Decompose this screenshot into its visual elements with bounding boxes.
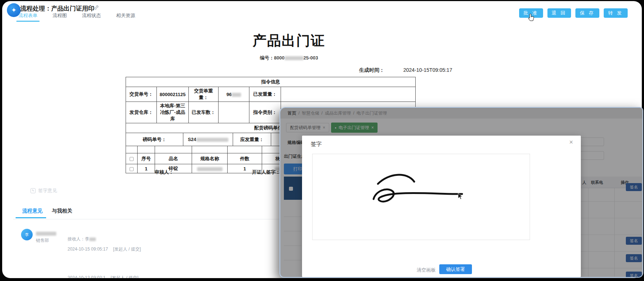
trucks-sent-value bbox=[219, 102, 249, 123]
due-weight-label: 应发重量： bbox=[233, 133, 271, 146]
warehouse-value: 本地库-第三冶炼厂-成品库 bbox=[157, 102, 189, 123]
weighbill-no-label: 磅码单号： bbox=[126, 133, 183, 146]
comment-timestamp: 2024-10-15 09:05:17[发起人 / 提交] bbox=[68, 246, 141, 252]
delivery-no-value: 8000021125 bbox=[157, 87, 189, 102]
action-buttons: 批 准 退 回 保 存 转 发 bbox=[519, 8, 628, 18]
weighbill-no-value: S24 bbox=[183, 133, 233, 146]
tab-process-opinions[interactable]: 流程意见 bbox=[22, 208, 42, 218]
redacted-serial bbox=[285, 56, 303, 60]
logo-glyph: ✦ bbox=[11, 6, 16, 14]
shipped-weight-label: 已发重量： bbox=[249, 87, 281, 102]
comment-dept: 销售部 bbox=[36, 237, 49, 244]
signature-dialog: 签字 × 清空画板 确认签署 bbox=[302, 136, 581, 277]
comment-author bbox=[36, 230, 56, 237]
generated-time-value: 2024-10-15T09:05:17 bbox=[403, 67, 452, 73]
tab-related-to-me[interactable]: 与我相关 bbox=[52, 208, 72, 218]
redacted-spec bbox=[197, 167, 223, 171]
receiver-text: 接收人：李 bbox=[68, 236, 89, 241]
avatar-text: 李 bbox=[25, 232, 29, 237]
delivery-weight-value: 96 bbox=[219, 87, 249, 102]
generated-time: 生成时间：2024-10-15T09:05:17 bbox=[359, 67, 452, 74]
redacted-weighbill-no bbox=[196, 138, 228, 142]
shipped-weight-value bbox=[281, 87, 416, 102]
col-seq: 序号 bbox=[138, 153, 155, 164]
pointer-hand-cursor-icon bbox=[528, 13, 535, 22]
exit-permit-window: 首页 / 智慧仓储 / 成品出库管理 / 电子出门证管理 配货磅码单管理 × ●… bbox=[280, 107, 643, 278]
generated-time-label: 生成时间： bbox=[359, 67, 384, 73]
col-name: 品名 bbox=[155, 153, 192, 164]
comment-receiver: 接收人：李 bbox=[68, 236, 96, 242]
tab-process-form[interactable]: 流程表单 bbox=[19, 12, 37, 22]
save-button[interactable]: 保 存 bbox=[575, 8, 599, 18]
forward-label: 转 发 bbox=[608, 10, 623, 16]
clear-board-button[interactable]: 清空画板 bbox=[417, 267, 436, 273]
comment2-action: [发起人 / 提交] bbox=[111, 275, 139, 278]
forward-button[interactable]: 转 发 bbox=[604, 8, 628, 18]
return-label: 退 回 bbox=[552, 10, 567, 16]
page-title: 流程处理：产品出门证用印 bbox=[20, 4, 94, 13]
comment2-time: 2024-10-12 03:02:1 bbox=[68, 275, 106, 278]
link-icon[interactable] bbox=[94, 5, 99, 12]
comment-time: 2024-10-15 09:05:17 bbox=[68, 247, 108, 252]
sign-opinion-label: 签字意见 bbox=[38, 187, 57, 194]
col-qty: 件数 bbox=[228, 153, 262, 164]
delivery-weight-partial: 96 bbox=[227, 92, 232, 97]
order-type-label: 指令类别： bbox=[249, 102, 281, 123]
select-all-cell bbox=[126, 153, 138, 164]
serial-label: 编号： bbox=[260, 55, 274, 61]
tab-process-status[interactable]: 流程状态 bbox=[82, 12, 101, 22]
nav-tabs: 流程表单 流程图 流程状态 相关资源 bbox=[19, 12, 135, 22]
comment-timestamp-clipped: 2024-10-12 03:02:1[发起人 / 提交] bbox=[68, 275, 138, 278]
col-spec: 规格名称 bbox=[192, 153, 228, 164]
signature-drawing bbox=[363, 169, 472, 208]
comment-avatar: 李 bbox=[21, 229, 33, 240]
item-seq: 1 bbox=[138, 164, 155, 173]
weighbill-no-partial: S24 bbox=[188, 137, 196, 142]
tab-process-diagram[interactable]: 流程图 bbox=[53, 12, 67, 22]
select-all-checkbox[interactable] bbox=[130, 157, 134, 161]
return-button[interactable]: 退 回 bbox=[547, 8, 571, 18]
save-label: 保 存 bbox=[580, 10, 595, 16]
tab-related-resources[interactable]: 相关资源 bbox=[116, 12, 135, 22]
close-icon[interactable]: × bbox=[569, 139, 573, 146]
comment-divider bbox=[13, 219, 282, 219]
delivery-no-label: 交货单号： bbox=[126, 87, 157, 102]
delivery-weight-label: 交货单重量： bbox=[189, 87, 219, 102]
redacted-receiver bbox=[89, 237, 96, 241]
dialog-title: 签字 bbox=[311, 141, 322, 148]
approve-button[interactable]: 批 准 bbox=[519, 8, 543, 18]
item-spec bbox=[192, 164, 228, 173]
warehouse-label: 发货仓库： bbox=[126, 102, 157, 123]
item-checkbox[interactable] bbox=[130, 167, 134, 171]
signature-canvas[interactable] bbox=[312, 154, 530, 240]
auditor-label: 审核人： bbox=[155, 169, 174, 175]
serial-suffix: 25-003 bbox=[303, 55, 318, 61]
document-serial: 编号：800025-003 bbox=[220, 55, 358, 61]
redacted-author bbox=[36, 232, 56, 236]
redacted-weight bbox=[232, 93, 241, 97]
confirm-sign-button[interactable]: 确认签署 bbox=[439, 264, 472, 274]
comment-tabs: 流程意见 与我相关 bbox=[22, 208, 72, 218]
sign-opinion-button[interactable]: ✎ 签字意见 bbox=[30, 187, 57, 194]
serial-prefix: 8000 bbox=[274, 55, 285, 61]
arrow-cursor-icon bbox=[458, 193, 462, 199]
pen-square-icon: ✎ bbox=[30, 188, 36, 193]
section-instruction: 指令信息 bbox=[126, 77, 416, 87]
pen-glyph: ✎ bbox=[32, 189, 34, 193]
trucks-sent-label: 已发车数： bbox=[189, 102, 219, 123]
comment-action: [发起人 / 提交] bbox=[113, 247, 141, 252]
issuer-label: 开证人签字： bbox=[252, 169, 280, 175]
screenshot-frame: ✦ 流程处理：产品出门证用印 流程表单 流程图 流程状态 相关资源 批 准 退 … bbox=[0, 0, 644, 281]
document-title: 产品出门证 bbox=[220, 32, 358, 50]
